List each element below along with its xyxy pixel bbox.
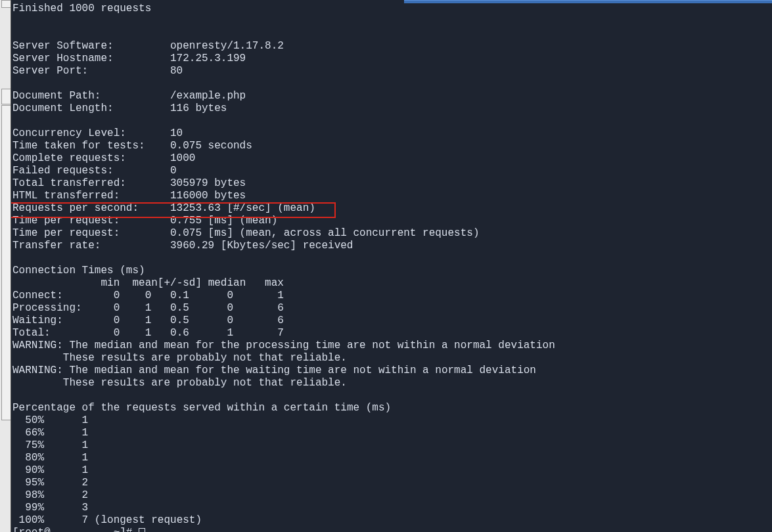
output-line: 50% 1 bbox=[12, 414, 772, 427]
output-line: WARNING: The median and mean for the wai… bbox=[12, 365, 772, 377]
terminal-output[interactable]: Finished 1000 requests Server Software:o… bbox=[11, 3, 772, 532]
output-line: 90% 1 bbox=[12, 464, 772, 477]
output-line: These results are probably not that reli… bbox=[12, 377, 772, 389]
output-line: Concurrency Level:10 bbox=[12, 127, 772, 140]
output-line: Waiting: 0 1 0.5 0 6 bbox=[12, 315, 772, 327]
output-line bbox=[12, 252, 772, 265]
output-line: Finished 1000 requests bbox=[12, 3, 772, 15]
editor-sidebar bbox=[0, 0, 11, 532]
prompt-line[interactable]: [root@ ~]# bbox=[12, 527, 772, 532]
output-line: Total transferred:305979 bytes bbox=[12, 177, 772, 190]
output-line: Percentage of the requests served within… bbox=[12, 402, 772, 414]
output-line: HTML transferred:116000 bytes bbox=[12, 190, 772, 202]
output-line: 95% 2 bbox=[12, 477, 772, 489]
output-line: Connection Times (ms) bbox=[12, 265, 772, 277]
output-line: Time per request:0.755 [ms] (mean) bbox=[12, 215, 772, 227]
output-line: min mean[+/-sd] median max bbox=[12, 277, 772, 290]
sidebar-tab[interactable] bbox=[1, 0, 11, 8]
output-line: 75% 1 bbox=[12, 439, 772, 452]
output-line: Server Hostname:172.25.3.199 bbox=[12, 53, 772, 65]
output-line: Requests per second:13253.63 [#/sec] (me… bbox=[12, 202, 772, 215]
output-line: 66% 1 bbox=[12, 427, 772, 439]
output-line: Time taken for tests:0.075 seconds bbox=[12, 140, 772, 152]
output-line: Total: 0 1 0.6 1 7 bbox=[12, 327, 772, 340]
output-line: Server Port:80 bbox=[12, 65, 772, 78]
output-line: 99% 3 bbox=[12, 502, 772, 514]
output-line: 80% 1 bbox=[12, 452, 772, 464]
output-line: Document Length:116 bytes bbox=[12, 102, 772, 115]
output-line: 100% 7 (longest request) bbox=[12, 514, 772, 527]
output-line bbox=[12, 389, 772, 402]
output-line: Document Path:/example.php bbox=[12, 90, 772, 102]
output-line: Processing: 0 1 0.5 0 6 bbox=[12, 302, 772, 315]
output-line: Transfer rate:3960.29 [Kbytes/sec] recei… bbox=[12, 240, 772, 252]
output-line: Time per request:0.075 [ms] (mean, acros… bbox=[12, 227, 772, 240]
cursor bbox=[139, 528, 145, 532]
output-line bbox=[12, 15, 772, 28]
output-line: Server Software:openresty/1.17.8.2 bbox=[12, 40, 772, 53]
output-line: Connect: 0 0 0.1 0 1 bbox=[12, 290, 772, 302]
output-line: Failed requests:0 bbox=[12, 165, 772, 177]
output-line bbox=[12, 115, 772, 127]
output-line: 98% 2 bbox=[12, 489, 772, 502]
sidebar-tab[interactable] bbox=[1, 89, 11, 104]
output-line: Complete requests:1000 bbox=[12, 152, 772, 165]
sidebar-tab[interactable] bbox=[1, 105, 11, 420]
output-line bbox=[12, 78, 772, 90]
output-line: WARNING: The median and mean for the pro… bbox=[12, 340, 772, 352]
output-line bbox=[12, 28, 772, 40]
output-line: These results are probably not that reli… bbox=[12, 352, 772, 365]
